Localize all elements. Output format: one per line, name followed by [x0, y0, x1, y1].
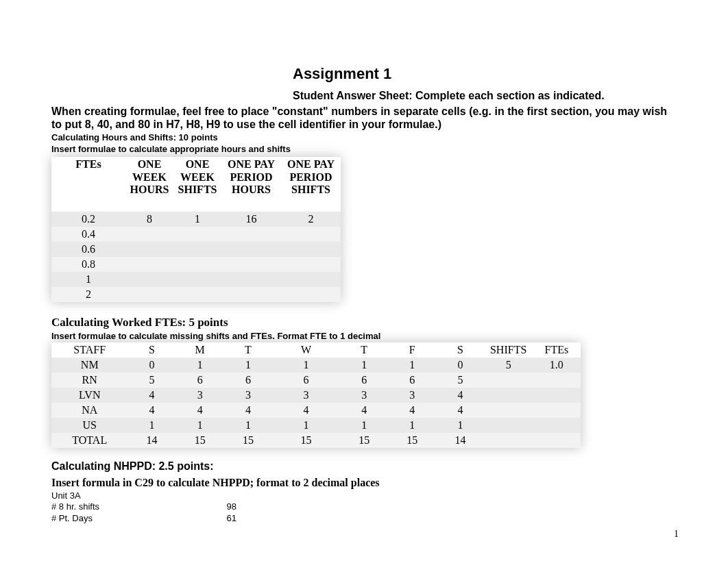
cell: 1 — [224, 418, 272, 433]
cell — [533, 388, 581, 403]
section3-title: Calculating NHPPD: 2.5 points: — [51, 460, 677, 473]
t1-h-ows: ONE WEEK SHIFTS — [173, 157, 221, 212]
cell — [221, 257, 281, 272]
cell — [281, 287, 341, 302]
cell: 6 — [176, 373, 224, 388]
cell — [125, 227, 173, 242]
instructions: When creating formulae, feel free to pla… — [51, 105, 677, 131]
cell — [221, 287, 281, 302]
cell: 6 — [272, 373, 340, 388]
cell: 3 — [340, 388, 388, 403]
section3-instr: Insert formula in C29 to calculate NHPPD… — [51, 477, 677, 489]
table-row: 0.281162 — [51, 212, 341, 227]
cell — [485, 388, 533, 403]
t2-h-d0: S — [128, 342, 175, 358]
cell: 2 — [281, 212, 341, 227]
cell: 0.2 — [51, 212, 125, 227]
cell: NA — [51, 403, 128, 418]
t2-h-d4: T — [340, 342, 388, 358]
cell — [281, 257, 341, 272]
cell — [533, 418, 581, 433]
cell: 6 — [340, 373, 388, 388]
table-row: 0.6 — [51, 242, 341, 257]
cell — [281, 272, 341, 287]
cell: 4 — [436, 388, 484, 403]
cell: 1 — [388, 418, 436, 433]
nhppd-line2-value: 61 — [209, 513, 236, 524]
cell: 8 — [125, 212, 173, 227]
cell: 4 — [388, 403, 436, 418]
page-title: Assignment 1 — [51, 65, 677, 83]
cell: 14 — [436, 433, 484, 448]
cell: 1 — [51, 272, 125, 287]
t2-h-d6: S — [436, 342, 484, 358]
cell — [125, 272, 173, 287]
cell — [485, 433, 533, 448]
nhppd-line1-value: 98 — [209, 501, 236, 512]
t1-h-owh: ONE WEEK HOURS — [125, 157, 173, 212]
cell: 5 — [436, 373, 484, 388]
table-row: US1111111 — [51, 418, 581, 433]
cell: 15 — [176, 433, 224, 448]
cell: 3 — [224, 388, 272, 403]
cell: 4 — [436, 403, 484, 418]
cell — [173, 242, 221, 257]
cell: 6 — [388, 373, 436, 388]
cell: 16 — [221, 212, 281, 227]
cell — [125, 287, 173, 302]
cell: 0.8 — [51, 257, 125, 272]
cell: 0.4 — [51, 227, 125, 242]
cell: 6 — [224, 373, 272, 388]
t2-h-d5: F — [388, 342, 436, 358]
table-row: 1 — [51, 272, 341, 287]
cell: 1 — [128, 418, 175, 433]
cell: 1 — [173, 212, 221, 227]
cell: 3 — [176, 388, 224, 403]
cell: 15 — [340, 433, 388, 448]
cell: 15 — [224, 433, 272, 448]
cell: 1 — [388, 358, 436, 373]
cell: 15 — [272, 433, 340, 448]
cell: NM — [51, 358, 128, 373]
t2-h-d2: T — [224, 342, 272, 358]
cell — [485, 373, 533, 388]
cell — [173, 272, 221, 287]
nhppd-block: Unit 3A # 8 hr. shifts 98 # Pt. Days 61 — [51, 490, 677, 524]
cell: LVN — [51, 388, 128, 403]
page-number: 1 — [674, 529, 679, 540]
cell: 1 — [176, 358, 224, 373]
t2-h-ftes: FTEs — [533, 342, 581, 358]
section1-instr: Insert formulae to calculate appropriate… — [51, 144, 677, 155]
t1-h-opph: ONE PAY PERIOD HOURS — [221, 157, 281, 212]
cell: 1 — [272, 418, 340, 433]
cell — [173, 257, 221, 272]
cell: 4 — [128, 403, 175, 418]
cell: TOTAL — [51, 433, 128, 448]
cell — [485, 403, 533, 418]
t2-h-staff: STAFF — [51, 342, 128, 358]
cell: US — [51, 418, 128, 433]
cell — [221, 227, 281, 242]
cell — [533, 373, 581, 388]
cell: 1 — [176, 418, 224, 433]
table-row: RN5666665 — [51, 373, 581, 388]
cell — [485, 418, 533, 433]
cell: 4 — [340, 403, 388, 418]
cell: 1 — [436, 418, 484, 433]
cell — [173, 287, 221, 302]
cell: 5 — [485, 358, 533, 373]
section2-title: Calculating Worked FTEs: 5 points — [51, 316, 677, 329]
nhppd-line2-label: # Pt. Days — [51, 513, 209, 524]
subtitle: Student Answer Sheet: Complete each sect… — [51, 90, 677, 102]
cell — [533, 433, 581, 448]
table-row: LVN4333334 — [51, 388, 581, 403]
cell: 0.6 — [51, 242, 125, 257]
table-row: 0.8 — [51, 257, 341, 272]
table-row: 0.4 — [51, 227, 341, 242]
cell — [533, 403, 581, 418]
table-row: NM011111051.0 — [51, 358, 581, 373]
cell: 1 — [340, 358, 388, 373]
cell: 5 — [128, 373, 175, 388]
cell: 14 — [128, 433, 175, 448]
t1-h-opps: ONE PAY PERIOD SHIFTS — [281, 157, 341, 212]
